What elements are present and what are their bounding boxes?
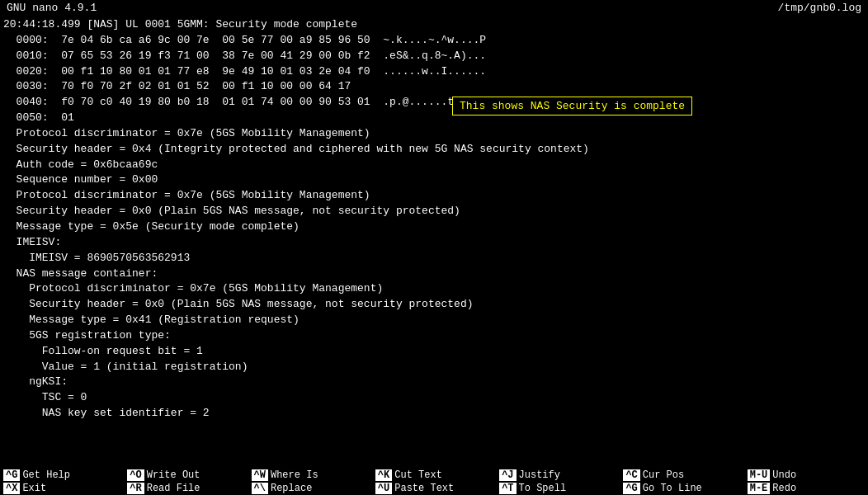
bottom-section-cut: ^K Cut Text — [372, 469, 496, 482]
key-justify: ^J — [499, 469, 516, 481]
line-hex-4: 0040: f0 70 c0 40 19 80 b0 18 01 01 74 0… — [3, 95, 865, 111]
line-hex-3: 0030: 70 f0 70 2f 02 01 01 52 00 f1 10 0… — [3, 79, 865, 95]
line-nas-key: NAS key set identifier = 2 — [3, 406, 865, 422]
key-exit: ^X — [3, 483, 20, 494]
label-get-help: Get Help — [22, 469, 70, 481]
main-content: 20:44:18.499 [NAS] UL 0001 5GMM: Securit… — [0, 16, 868, 469]
shortcut-cur-pos[interactable]: ^C Cur Pos — [620, 469, 743, 482]
line-imeisv-label: IMEISV: — [3, 235, 865, 251]
bottom-section-paste: ^U Paste Text — [372, 482, 496, 495]
bottom-section-justify: ^J Justify — [496, 469, 620, 482]
key-spell: ^T — [499, 483, 516, 494]
line-value: Value = 1 (initial registration) — [3, 360, 865, 375]
shortcut-replace[interactable]: ^\ Replace — [248, 482, 372, 495]
bottom-section-exit: ^X Exit — [0, 482, 124, 495]
shortcut-redo[interactable]: M-E Redo — [744, 482, 868, 495]
label-exit: Exit — [22, 483, 46, 494]
key-redo: M-E — [748, 483, 771, 494]
file-name: /tmp/gnb0.log — [778, 2, 861, 14]
line-imeisv-val: IMEISV = 8690570563562913 — [3, 251, 865, 266]
key-get-help: ^G — [3, 469, 20, 481]
line-follow-on: Follow-on request bit = 1 — [3, 344, 865, 360]
line-nas-container: NAS message container: — [3, 266, 865, 282]
line-proto-2: Protocol discriminator = 0x7e (5GS Mobil… — [3, 188, 865, 204]
shortcut-get-help[interactable]: ^G Get Help — [0, 469, 124, 482]
key-undo: M-U — [748, 469, 771, 481]
line-hex-2: 0020: 00 f1 10 80 01 01 77 e8 9e 49 10 0… — [3, 64, 865, 80]
line-hex-0: 0000: 7e 04 6b ca a6 9c 00 7e 00 5e 77 0… — [3, 33, 865, 49]
shortcut-write-out[interactable]: ^O Write Out — [124, 469, 248, 482]
line-ngksi: ngKSI: — [3, 375, 865, 390]
bottom-section-help: ^G Get Help — [0, 469, 124, 482]
key-replace: ^\ — [252, 483, 268, 494]
shortcut-goto[interactable]: ^G Go To Line — [620, 482, 743, 495]
label-write-out: Write Out — [147, 469, 200, 481]
shortcut-exit[interactable]: ^X Exit — [0, 482, 124, 495]
bottom-section-goto: ^G Go To Line — [620, 482, 743, 495]
label-cur-pos: Cur Pos — [643, 469, 684, 481]
bottom-section-read: ^R Read File — [124, 482, 248, 495]
shortcut-undo[interactable]: M-U Undo — [744, 469, 868, 482]
key-cur-pos: ^C — [623, 469, 639, 481]
shortcut-justify[interactable]: ^J Justify — [496, 469, 620, 482]
bottom-row-1: ^G Get Help ^O Write Out ^W Where Is ^K — [0, 469, 868, 482]
bottom-section-replace: ^\ Replace — [248, 482, 372, 495]
tooltip-box: This shows NAS Security is complete — [452, 97, 692, 116]
shortcut-read-file[interactable]: ^R Read File — [124, 482, 248, 495]
bottom-section-cur-pos: ^C Cur Pos — [620, 469, 743, 482]
line-nas-msg: Message type = 0x41 (Registration reques… — [3, 313, 865, 328]
label-replace: Replace — [271, 483, 312, 494]
bottom-section-redo: M-E Redo — [744, 482, 868, 495]
label-where-is: Where Is — [271, 469, 318, 481]
shortcut-paste[interactable]: ^U Paste Text — [372, 482, 496, 495]
key-cut-text: ^K — [375, 469, 392, 481]
shortcut-where-is[interactable]: ^W Where Is — [248, 469, 372, 482]
line-hex-5: 0050: 01 — [3, 111, 865, 126]
key-goto: ^G — [623, 483, 639, 494]
label-read-file: Read File — [147, 483, 200, 494]
line-header: 20:44:18.499 [NAS] UL 0001 5GMM: Securit… — [3, 17, 865, 33]
title-bar: GNU nano 4.9.1 /tmp/gnb0.log — [0, 0, 868, 16]
line-auth: Auth code = 0x6bcaa69c — [3, 158, 865, 173]
line-seq: Sequence number = 0x00 — [3, 172, 865, 188]
bottom-section-undo: M-U Undo — [744, 469, 868, 482]
bottom-section-write: ^O Write Out — [124, 469, 248, 482]
label-cut-text: Cut Text — [394, 469, 442, 481]
line-tsc: TSC = 0 — [3, 390, 865, 406]
key-where-is: ^W — [252, 469, 268, 481]
label-spell: To Spell — [519, 483, 567, 494]
key-read-file: ^R — [127, 483, 144, 494]
shortcut-spell[interactable]: ^T To Spell — [496, 482, 620, 495]
label-goto: Go To Line — [643, 483, 702, 494]
line-nas-proto: Protocol discriminator = 0x7e (5GS Mobil… — [3, 281, 865, 297]
label-justify: Justify — [519, 469, 560, 481]
app-title: GNU nano 4.9.1 — [7, 2, 97, 14]
line-sec-2: Security header = 0x0 (Plain 5GS NAS mes… — [3, 204, 865, 219]
line-nas-sec: Security header = 0x0 (Plain 5GS NAS mes… — [3, 297, 865, 313]
bottom-row-2: ^X Exit ^R Read File ^\ Replace ^U — [0, 482, 868, 495]
bottom-section-spell: ^T To Spell — [496, 482, 620, 495]
bottom-bar: ^G Get Help ^O Write Out ^W Where Is ^K — [0, 469, 868, 495]
bottom-section-where: ^W Where Is — [248, 469, 372, 482]
line-hex-1: 0010: 07 65 53 26 19 f3 71 00 38 7e 00 4… — [3, 49, 865, 64]
line-5gs-reg: 5GS registration type: — [3, 328, 865, 344]
label-undo: Undo — [772, 469, 796, 481]
key-paste: ^U — [375, 483, 392, 494]
key-write-out: ^O — [127, 469, 144, 481]
label-redo: Redo — [772, 483, 796, 494]
line-msg-type: Message type = 0x5e (Security mode compl… — [3, 219, 865, 235]
line-sec-1: Security header = 0x4 (Integrity protect… — [3, 142, 865, 158]
line-proto-1: Protocol discriminator = 0x7e (5GS Mobil… — [3, 126, 865, 142]
label-paste: Paste Text — [394, 483, 454, 494]
shortcut-cut-text[interactable]: ^K Cut Text — [372, 469, 496, 482]
